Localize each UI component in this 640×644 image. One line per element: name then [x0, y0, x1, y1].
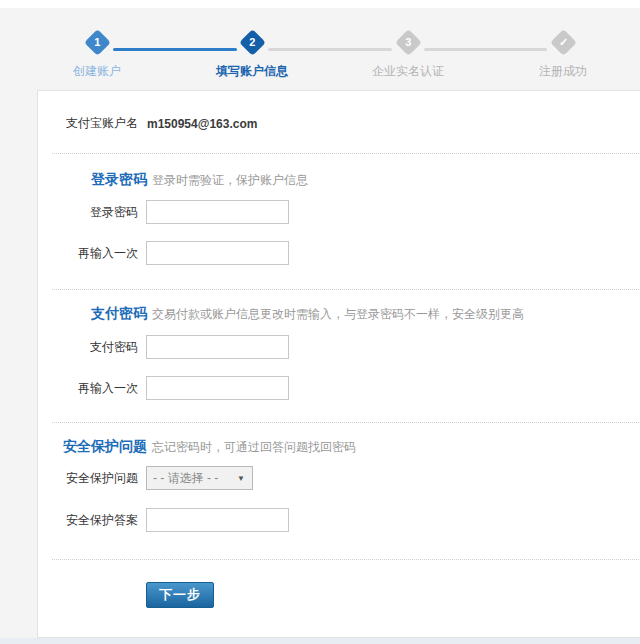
- payment-password-row: 支付密码: [38, 335, 640, 359]
- security-question-row: 安全保护问题 - - 请选择 - - ▼: [38, 466, 640, 490]
- payment-password-section-head: 支付密码 交易付款或账户信息更改时需输入，与登录密码不一样，安全级别更高: [38, 305, 640, 323]
- login-password-row: 登录密码: [38, 200, 640, 224]
- login-password-repeat-input[interactable]: [146, 241, 289, 265]
- divider: [52, 559, 640, 560]
- alipay-account-label: 支付宝账户名: [38, 115, 138, 132]
- divider: [52, 153, 640, 154]
- payment-password-repeat-input[interactable]: [146, 376, 289, 400]
- payment-password-section-title: 支付密码: [38, 305, 147, 323]
- login-password-section-title: 登录密码: [38, 171, 147, 189]
- security-answer-label: 安全保护答案: [38, 512, 138, 529]
- payment-password-repeat-row: 再输入一次: [38, 376, 640, 400]
- next-step-button[interactable]: 下一步: [146, 582, 214, 608]
- alipay-account-value: m150954@163.com: [147, 117, 257, 131]
- security-question-section-title: 安全保护问题: [38, 438, 147, 456]
- security-question-selected-value: - - 请选择 - -: [153, 470, 218, 487]
- login-password-section-hint: 登录时需验证，保护账户信息: [152, 172, 308, 189]
- checkmark-icon: ✓: [550, 29, 577, 56]
- alipay-account-row: 支付宝账户名 m150954@163.com: [38, 115, 640, 132]
- step-4-label: 注册成功: [498, 63, 628, 80]
- login-password-label: 登录密码: [38, 204, 138, 221]
- registration-progress-bar: 1 创建账户 2 填写账户信息 3 企业实名认证 ✓ 注册成功: [0, 8, 640, 90]
- security-question-label: 安全保护问题: [38, 470, 138, 487]
- step-3-badge-icon: 3: [395, 29, 422, 56]
- chevron-down-icon: ▼: [237, 475, 245, 483]
- step-2-label: 填写账户信息: [187, 63, 317, 80]
- payment-password-input[interactable]: [146, 335, 289, 359]
- step-enterprise-verification: 3 企业实名认证: [343, 33, 473, 80]
- bottom-band: [0, 638, 640, 644]
- security-question-select[interactable]: - - 请选择 - - ▼: [146, 466, 253, 490]
- login-password-input[interactable]: [146, 200, 289, 224]
- step-create-account: 1 创建账户: [32, 33, 162, 80]
- step-registration-success: ✓ 注册成功: [498, 33, 628, 80]
- security-question-section-hint: 忘记密码时，可通过回答问题找回密码: [152, 439, 356, 456]
- step-2-badge-icon: 2: [239, 29, 266, 56]
- divider: [52, 289, 640, 290]
- step-fill-account-info: 2 填写账户信息: [187, 33, 317, 80]
- payment-password-section-hint: 交易付款或账户信息更改时需输入，与登录密码不一样，安全级别更高: [152, 306, 524, 323]
- login-password-repeat-row: 再输入一次: [38, 241, 640, 265]
- divider: [52, 422, 640, 423]
- security-answer-input[interactable]: [146, 508, 289, 532]
- security-question-section-head: 安全保护问题 忘记密码时，可通过回答问题找回密码: [38, 438, 640, 456]
- security-answer-row: 安全保护答案: [38, 508, 640, 532]
- account-info-form-panel: 支付宝账户名 m150954@163.com 登录密码 登录时需验证，保护账户信…: [37, 90, 640, 638]
- step-1-label: 创建账户: [32, 63, 162, 80]
- payment-password-label: 支付密码: [38, 339, 138, 356]
- payment-password-repeat-label: 再输入一次: [38, 380, 138, 397]
- login-password-repeat-label: 再输入一次: [38, 245, 138, 262]
- login-password-section-head: 登录密码 登录时需验证，保护账户信息: [38, 171, 640, 189]
- step-3-label: 企业实名认证: [343, 63, 473, 80]
- step-1-badge-icon: 1: [84, 29, 111, 56]
